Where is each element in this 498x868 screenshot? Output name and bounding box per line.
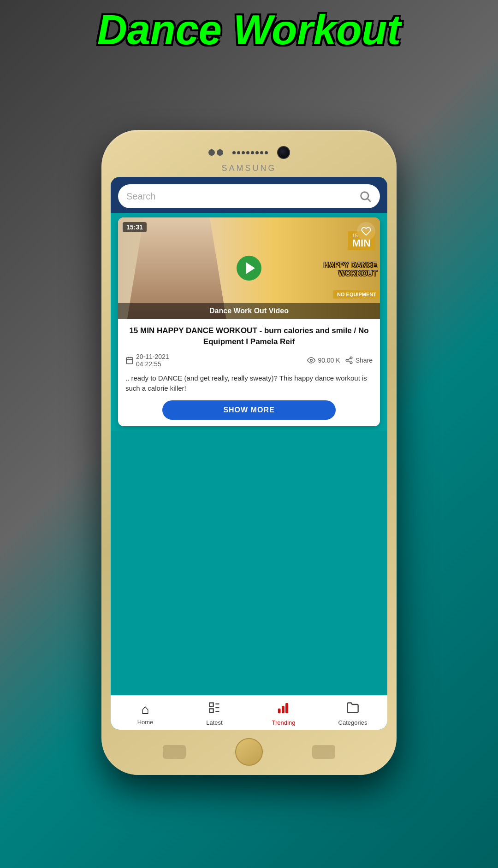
meta-views: 90.00 K <box>307 356 340 364</box>
play-icon <box>246 262 255 274</box>
search-container: Search <box>111 177 387 213</box>
views-icon <box>307 356 315 364</box>
show-more-button[interactable]: SHOW MORE <box>162 400 335 420</box>
svg-rect-12 <box>210 703 213 707</box>
calendar-icon <box>125 356 134 364</box>
mic-dot-1 <box>232 151 236 154</box>
latest-label: Latest <box>206 719 222 726</box>
svg-line-10 <box>348 361 350 362</box>
content-area <box>111 431 387 695</box>
svg-point-0 <box>361 192 368 199</box>
svg-rect-18 <box>282 706 285 713</box>
latest-icon <box>208 701 221 717</box>
phone-container: SAMSUNG Search <box>101 130 397 775</box>
screen-content: Search 15:31 <box>111 177 387 730</box>
search-icon <box>359 190 372 203</box>
brand-label: SAMSUNG <box>111 164 387 173</box>
favorite-button[interactable] <box>357 222 375 240</box>
video-card: 15:31 15 MIN HAPPY DANCE WORKOUT NO EQUI… <box>118 217 380 426</box>
search-bar[interactable]: Search <box>118 184 380 208</box>
mic-dot-5 <box>251 151 254 154</box>
happy-dance-line1: HAPPY DANCE <box>324 261 377 270</box>
date-value: 20-11-2021 <box>136 353 169 360</box>
video-date: 20-11-2021 04:22:55 <box>136 353 169 368</box>
nav-item-categories[interactable]: Categories <box>334 701 371 726</box>
nav-item-home[interactable]: ⌂ Home <box>127 702 164 726</box>
video-thumbnail[interactable]: 15:31 15 MIN HAPPY DANCE WORKOUT NO EQUI… <box>118 217 380 319</box>
video-description: .. ready to DANCE (and get really, reall… <box>125 373 373 394</box>
mic-dot-6 <box>255 151 259 154</box>
categories-svg <box>346 701 359 714</box>
title-overlay: Dance Workout <box>0 9 498 51</box>
svg-rect-13 <box>210 709 213 712</box>
speaker-dot-2 <box>217 149 223 156</box>
categories-label: Categories <box>338 719 368 726</box>
share-icon <box>345 356 353 364</box>
svg-line-1 <box>368 199 370 201</box>
mic-dot-7 <box>260 151 263 154</box>
latest-svg <box>208 701 221 714</box>
svg-rect-2 <box>126 358 133 364</box>
trending-icon <box>277 701 290 717</box>
mic-dot-2 <box>237 151 240 154</box>
nav-item-latest[interactable]: Latest <box>196 701 233 726</box>
time-value: 04:22:55 <box>136 360 161 368</box>
front-camera <box>277 146 290 159</box>
thumbnail-label: Dance Work Out Video <box>118 303 380 319</box>
video-meta: 20-11-2021 04:22:55 90.00 K <box>125 353 373 368</box>
phone-frame: SAMSUNG Search <box>101 130 397 775</box>
mic-dot-8 <box>265 151 268 154</box>
meta-share[interactable]: Share <box>345 356 373 364</box>
svg-rect-19 <box>286 704 288 713</box>
bottom-nav: ⌂ Home Latest <box>111 695 387 730</box>
speaker-dots-small <box>232 151 268 154</box>
happy-dance-overlay: HAPPY DANCE WORKOUT <box>324 261 377 278</box>
trending-label: Trending <box>272 719 296 726</box>
card-body: 15 MIN HAPPY DANCE WORKOUT - burn calori… <box>118 319 380 426</box>
svg-point-8 <box>346 359 348 361</box>
physical-home-button[interactable] <box>235 738 263 766</box>
mic-dot-4 <box>246 151 249 154</box>
svg-point-9 <box>350 362 352 364</box>
speaker-dot-1 <box>208 149 215 156</box>
phone-screen: Search 15:31 <box>111 177 387 730</box>
back-button[interactable] <box>163 745 186 759</box>
trending-svg <box>277 701 290 714</box>
mic-dot-3 <box>242 151 245 154</box>
search-input[interactable]: Search <box>126 191 354 202</box>
svg-rect-17 <box>278 709 280 713</box>
views-count: 90.00 K <box>318 357 340 364</box>
phone-bottom-hardware <box>111 730 387 774</box>
video-title: 15 MIN HAPPY DANCE WORKOUT - burn calori… <box>125 325 373 347</box>
no-equipment-badge: NO EQUIPMENT <box>333 290 380 299</box>
home-icon: ⌂ <box>142 702 149 717</box>
play-button[interactable] <box>237 256 261 281</box>
video-duration: 15:31 <box>123 222 147 232</box>
svg-point-7 <box>350 357 352 359</box>
home-label: Home <box>137 719 154 726</box>
happy-dance-line2: WORKOUT <box>324 270 377 278</box>
share-label: Share <box>356 357 373 364</box>
categories-icon <box>346 701 359 717</box>
recent-apps-button[interactable] <box>312 745 335 759</box>
phone-top-hardware <box>111 139 387 164</box>
svg-line-11 <box>348 358 350 359</box>
meta-date: 20-11-2021 04:22:55 <box>125 353 169 368</box>
nav-item-trending[interactable]: Trending <box>265 701 302 726</box>
speaker-dots <box>208 149 223 156</box>
app-title: Dance Workout <box>97 7 401 53</box>
heart-icon <box>361 226 371 236</box>
svg-point-6 <box>310 359 313 361</box>
